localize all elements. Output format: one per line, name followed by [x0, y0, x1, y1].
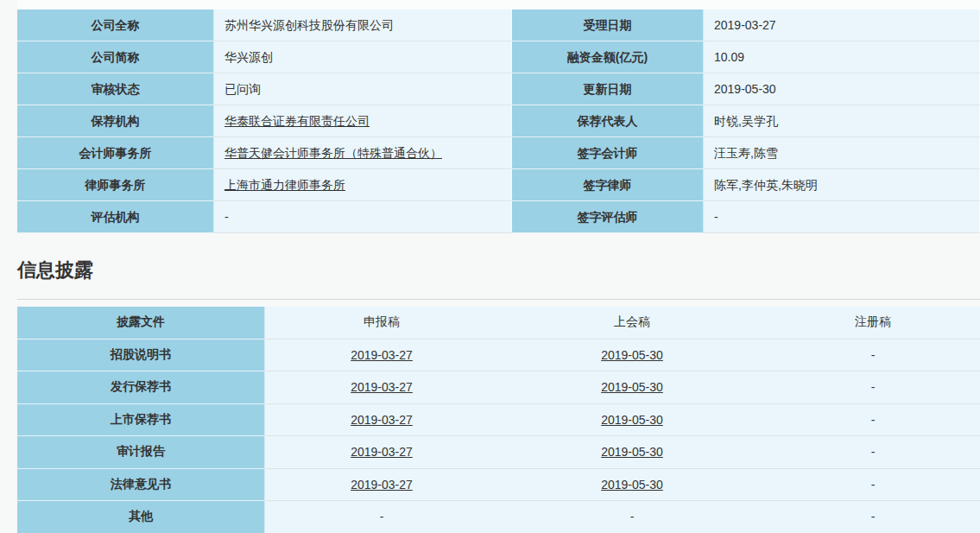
company-field-label: 签字评估师: [512, 201, 704, 233]
section-title-disclosure: 信息披露: [17, 257, 93, 283]
company-field-link[interactable]: 上海市通力律师事务所: [224, 178, 345, 193]
disclosure-doc-label: 上市保荐书: [17, 404, 265, 437]
company-field-value: 华普天健会计师事务所（特殊普通合伙）: [214, 137, 512, 169]
company-field-value: 10.09: [704, 41, 980, 73]
disclosure-empty-cell: -: [766, 469, 980, 502]
disclosure-date-link[interactable]: 2019-03-27: [351, 380, 413, 394]
company-field-value: 华泰联合证券有限责任公司: [214, 105, 512, 137]
disclosure-date-cell: 2019-05-30: [498, 404, 766, 437]
company-field-label: 签字会计师: [512, 137, 704, 169]
disclosure-doc-label: 法律意见书: [17, 469, 265, 502]
disclosure-date-link[interactable]: 2019-05-30: [601, 380, 663, 394]
disclosure-date-link[interactable]: 2019-05-30: [601, 478, 663, 492]
company-field-label: 保荐机构: [17, 105, 214, 137]
disclosure-date-link[interactable]: 2019-03-27: [351, 478, 413, 492]
disclosure-date-cell: 2019-03-27: [265, 404, 498, 437]
company-field-value: 2019-03-27: [704, 10, 980, 41]
company-field-value: 已问询: [214, 73, 512, 105]
disclosure-col-header: 注册稿: [766, 307, 980, 339]
disclosure-empty-cell: -: [766, 339, 980, 372]
disclosure-doc-label: 审计报告: [17, 436, 265, 469]
disclosure-date-cell: 2019-05-30: [498, 339, 766, 372]
company-field-value: -: [704, 201, 980, 233]
company-field-link[interactable]: 华泰联合证券有限责任公司: [224, 114, 370, 129]
disclosure-date-link[interactable]: 2019-05-30: [601, 445, 663, 459]
section-divider: [17, 299, 980, 300]
disclosure-date-link[interactable]: 2019-03-27: [351, 413, 413, 427]
disclosure-empty-cell: -: [766, 436, 980, 469]
disclosure-empty-cell: -: [766, 501, 980, 533]
disclosure-date-cell: 2019-03-27: [265, 469, 498, 502]
disclosure-doc-label: 招股说明书: [17, 339, 265, 372]
company-field-value: 时锐,吴学孔: [704, 105, 980, 137]
disclosure-doc-label: 其他: [17, 501, 265, 533]
company-field-label: 保荐代表人: [512, 105, 704, 137]
company-field-label: 公司简称: [17, 41, 214, 73]
disclosure-date-cell: 2019-03-27: [265, 436, 498, 469]
company-field-label: 评估机构: [17, 201, 214, 233]
company-info-table: 公司全称苏州华兴源创科技股份有限公司受理日期2019-03-27公司简称华兴源创…: [17, 10, 980, 233]
disclosure-date-cell: 2019-05-30: [498, 436, 766, 469]
company-field-value: 汪玉寿,陈雪: [704, 137, 980, 169]
disclosure-date-cell: 2019-05-30: [498, 469, 766, 502]
company-field-value: 上海市通力律师事务所: [214, 169, 512, 201]
disclosure-col-header: 上会稿: [498, 307, 766, 339]
company-field-value: 2019-05-30: [704, 73, 980, 105]
company-field-label: 融资金额(亿元): [512, 41, 704, 73]
disclosure-date-cell: 2019-03-27: [265, 371, 498, 404]
company-field-label: 律师事务所: [17, 169, 214, 201]
company-field-value: 陈军,李仲英,朱晓明: [704, 169, 980, 201]
disclosure-empty-cell: -: [766, 371, 980, 404]
company-field-link[interactable]: 华普天健会计师事务所（特殊普通合伙）: [224, 146, 442, 161]
disclosure-date-link[interactable]: 2019-03-27: [351, 348, 413, 362]
disclosure-date-link[interactable]: 2019-03-27: [351, 445, 413, 459]
disclosure-doc-label: 发行保荐书: [17, 371, 265, 404]
disclosure-date-cell: 2019-05-30: [498, 371, 766, 404]
company-field-value: 苏州华兴源创科技股份有限公司: [214, 10, 512, 41]
disclosure-empty-cell: -: [498, 501, 766, 533]
top-gap: [17, 0, 980, 10]
disclosure-table-corner-header: 披露文件: [17, 307, 265, 339]
ipo-detail-page: 公司全称苏州华兴源创科技股份有限公司受理日期2019-03-27公司简称华兴源创…: [0, 0, 980, 533]
company-field-value: -: [214, 201, 512, 233]
disclosure-date-link[interactable]: 2019-05-30: [601, 348, 663, 362]
company-field-label: 审核状态: [17, 73, 214, 105]
company-field-label: 公司全称: [17, 10, 214, 41]
company-field-label: 会计师事务所: [17, 137, 214, 169]
company-field-label: 签字律师: [512, 169, 704, 201]
company-field-label: 更新日期: [512, 73, 704, 105]
disclosure-col-header: 申报稿: [265, 307, 498, 339]
company-field-label: 受理日期: [512, 10, 704, 41]
disclosure-date-link[interactable]: 2019-05-30: [601, 413, 663, 427]
company-field-value: 华兴源创: [214, 41, 512, 73]
disclosure-empty-cell: -: [766, 404, 980, 437]
disclosure-table: 披露文件申报稿上会稿注册稿招股说明书2019-03-272019-05-30-发…: [17, 307, 980, 533]
disclosure-empty-cell: -: [265, 501, 498, 533]
disclosure-date-cell: 2019-03-27: [265, 339, 498, 372]
